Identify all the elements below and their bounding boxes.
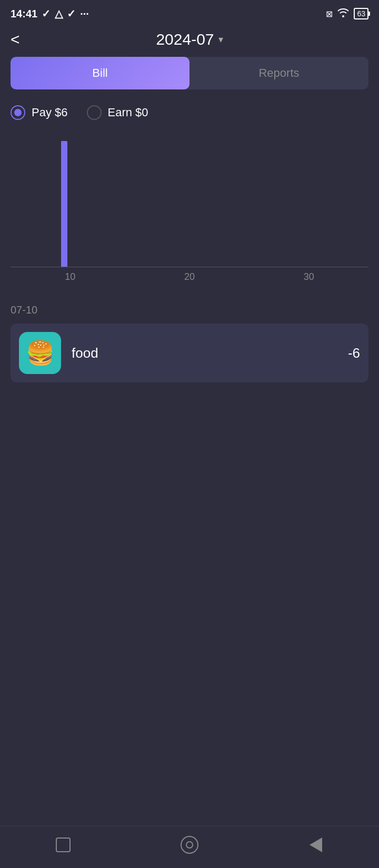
radio-pay-circle	[11, 105, 25, 120]
status-bar: 14:41 ✓ △ ✓ ··· ⊠ 63	[0, 0, 379, 25]
date-header-0710: 07-10	[11, 299, 368, 321]
radio-pay-dot	[14, 109, 22, 116]
transaction-food[interactable]: 🍔 food -6	[11, 324, 368, 382]
food-category-icon: 🍔	[19, 332, 61, 374]
triangle-icon: △	[55, 7, 63, 20]
dots-icon: ···	[80, 8, 89, 20]
chart-bar-day10	[61, 141, 67, 267]
chart-baseline	[11, 267, 368, 268]
date-group-0710: 07-10 🍔 food -6	[11, 299, 368, 382]
tab-reports[interactable]: Reports	[190, 57, 368, 89]
chart-label-10: 10	[11, 271, 130, 282]
radio-earn-circle	[87, 105, 102, 120]
month-selector[interactable]: 2024-07 ▾	[156, 31, 223, 48]
header: < 2024-07 ▾	[0, 25, 379, 57]
tab-bill[interactable]: Bill	[11, 57, 190, 89]
nav-square-button[interactable]	[52, 833, 75, 856]
time-label: 14:41	[11, 8, 37, 20]
chart-label-30: 30	[249, 271, 368, 282]
triangle-back-icon	[310, 837, 322, 852]
chart-labels: 10 20 30	[11, 267, 368, 282]
circle-icon	[181, 836, 198, 854]
radio-pay[interactable]: Pay $6	[11, 105, 68, 120]
nav-back-button[interactable]	[304, 833, 327, 856]
chart-area	[11, 130, 368, 267]
chart-container: 10 20 30	[11, 130, 368, 288]
radio-pay-label: Pay $6	[32, 106, 68, 119]
wifi-icon	[337, 8, 350, 20]
circle-inner-icon	[186, 841, 193, 849]
status-right: ⊠ 63	[326, 8, 368, 20]
battery-indicator: 63	[354, 8, 368, 19]
sim-icon: ⊠	[326, 9, 333, 19]
dropdown-arrow-icon: ▾	[218, 34, 223, 45]
status-left: 14:41 ✓ △ ✓ ···	[11, 7, 89, 20]
check-icon-2: ✓	[67, 7, 76, 20]
radio-earn-label: Earn $0	[108, 106, 148, 119]
month-label: 2024-07	[156, 31, 214, 48]
nav-home-button[interactable]	[178, 833, 201, 856]
radio-group: Pay $6 Earn $0	[0, 100, 379, 130]
check-icon-1: ✓	[42, 7, 51, 20]
content-spacer	[0, 382, 379, 826]
transaction-amount: -6	[348, 345, 360, 361]
tab-bar: Bill Reports	[11, 57, 368, 89]
back-button[interactable]: <	[11, 32, 20, 47]
radio-earn[interactable]: Earn $0	[87, 105, 148, 120]
bottom-nav	[0, 826, 379, 868]
chart-label-20: 20	[130, 271, 250, 282]
transaction-name: food	[72, 345, 337, 361]
square-icon	[56, 837, 71, 852]
